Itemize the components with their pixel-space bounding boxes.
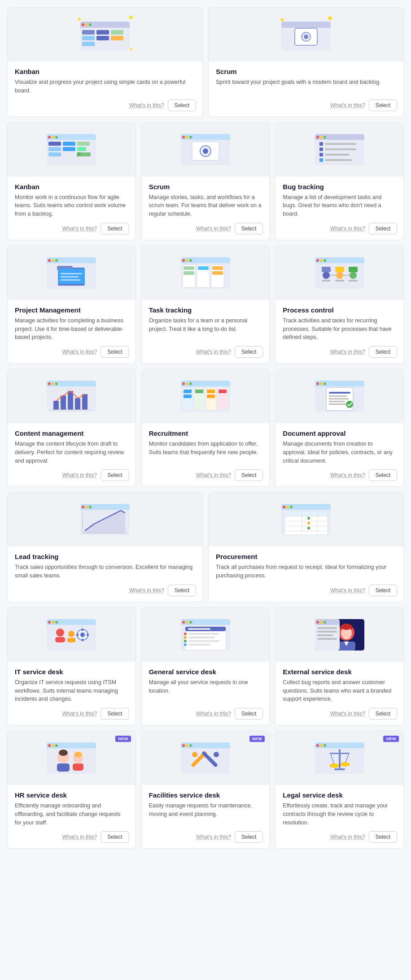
whats-in-procurement[interactable]: What's in this?: [330, 587, 365, 594]
svg-rect-245: [330, 753, 350, 754]
svg-point-47: [320, 136, 323, 139]
card-body-procurement: Procurement Track all purchases from req…: [209, 546, 403, 580]
svg-point-188: [189, 621, 192, 624]
select-button-scrum-mid[interactable]: Select: [235, 223, 263, 234]
svg-point-164: [307, 517, 310, 520]
select-button-procurement[interactable]: Select: [369, 585, 397, 596]
svg-point-155: [290, 506, 293, 508]
whats-in-bug-tracking[interactable]: What's in this?: [330, 225, 365, 232]
whats-in-scrum-mid[interactable]: What's in this?: [196, 225, 231, 232]
select-button-kanban-top[interactable]: Select: [168, 100, 196, 111]
card-footer-kanban-mid: What's in this? Select: [8, 218, 136, 240]
select-button-external-service-desk[interactable]: Select: [369, 708, 397, 720]
svg-rect-244: [339, 749, 341, 769]
whats-in-kanban-mid[interactable]: What's in this?: [62, 225, 97, 232]
select-button-kanban-mid[interactable]: Select: [101, 223, 129, 234]
card-body-scrum-mid: Scrum Manage stories, tasks, and workflo…: [142, 177, 270, 218]
card-body-facilities-service-desk: Facilities service desk Easily manage re…: [142, 785, 270, 827]
card-desc-scrum-top: Sprint toward your project goals with a …: [216, 78, 396, 87]
svg-point-38: [186, 136, 188, 139]
select-button-scrum-top[interactable]: Select: [369, 100, 397, 111]
select-button-content-management[interactable]: Select: [101, 469, 129, 481]
svg-point-37: [182, 136, 185, 139]
select-button-lead-tracking[interactable]: Select: [168, 585, 196, 596]
card-title-scrum-mid: Scrum: [149, 183, 262, 191]
whats-in-external-service-desk[interactable]: What's in this?: [330, 711, 365, 717]
new-badge-hr: NEW: [115, 736, 131, 742]
svg-point-233: [189, 744, 192, 747]
card-body-process-control: Process control Track activities and tas…: [275, 300, 403, 342]
svg-rect-213: [317, 631, 337, 633]
select-button-process-control[interactable]: Select: [369, 346, 397, 358]
svg-rect-78: [184, 266, 194, 270]
select-button-task-tracking[interactable]: Select: [235, 346, 263, 358]
card-footer-scrum-mid: What's in this? Select: [142, 218, 270, 240]
row-4: Lead tracking Track sales opportunities …: [7, 492, 404, 602]
whats-in-recruitment[interactable]: What's in this?: [196, 472, 231, 478]
whats-in-lead-tracking[interactable]: What's in this?: [129, 587, 164, 594]
svg-point-221: [55, 744, 58, 747]
card-title-process-control: Process control: [283, 306, 396, 314]
svg-point-197: [184, 636, 187, 639]
whats-in-task-tracking[interactable]: What's in this?: [196, 349, 231, 355]
whats-in-hr-service-desk[interactable]: What's in this?: [62, 834, 97, 840]
card-title-bug-tracking: Bug tracking: [283, 183, 396, 191]
svg-point-166: [307, 527, 310, 529]
card-content-management: Content management Manage the content li…: [7, 369, 136, 487]
whats-in-document-approval[interactable]: What's in this?: [330, 472, 365, 478]
card-footer-procurement: What's in this? Select: [209, 580, 403, 602]
svg-rect-54: [325, 154, 350, 156]
whats-in-project-management[interactable]: What's in this?: [62, 349, 97, 355]
select-button-hr-service-desk[interactable]: Select: [101, 831, 129, 843]
card-image-content-management: [8, 369, 136, 423]
svg-rect-107: [61, 395, 66, 410]
whats-in-kanban-top[interactable]: What's in this?: [129, 102, 164, 108]
select-button-document-approval[interactable]: Select: [369, 469, 397, 481]
card-footer-facilities-service-desk: What's in this? Select: [142, 827, 270, 848]
select-button-legal-service-desk[interactable]: Select: [369, 831, 397, 843]
select-button-it-service-desk[interactable]: Select: [101, 708, 129, 720]
svg-rect-12: [111, 36, 123, 40]
svg-rect-191: [188, 628, 210, 630]
row-2: Project Management Manage activities for…: [7, 246, 404, 364]
card-body-scrum-top: Scrum Sprint toward your project goals w…: [209, 61, 403, 95]
svg-rect-158: [284, 516, 328, 516]
select-button-recruitment[interactable]: Select: [235, 469, 263, 481]
svg-rect-28: [63, 142, 75, 146]
card-it-service-desk: IT service desk Organize IT service requ…: [7, 607, 136, 725]
svg-rect-123: [184, 395, 192, 398]
svg-rect-67: [61, 276, 79, 278]
card-lead-tracking: Lead tracking Track sales opportunities …: [7, 492, 203, 602]
svg-rect-212: [317, 627, 337, 629]
svg-rect-97: [322, 267, 331, 272]
svg-point-22: [48, 136, 51, 139]
whats-in-scrum-top[interactable]: What's in this?: [330, 102, 365, 108]
card-desc-procurement: Track all purchases from request to rece…: [216, 563, 396, 580]
whats-in-general-service-desk[interactable]: What's in this?: [196, 711, 231, 717]
svg-rect-135: [329, 392, 350, 394]
whats-in-it-service-desk[interactable]: What's in this?: [62, 711, 97, 717]
svg-point-3: [82, 23, 84, 26]
svg-rect-109: [75, 398, 80, 410]
svg-rect-79: [184, 271, 194, 275]
whats-in-legal-service-desk[interactable]: What's in this?: [330, 834, 365, 840]
svg-rect-137: [329, 398, 349, 399]
card-footer-it-service-desk: What's in this? Select: [8, 703, 136, 725]
svg-point-249: [341, 763, 350, 766]
svg-point-23: [52, 136, 54, 139]
select-button-general-service-desk[interactable]: Select: [235, 708, 263, 720]
card-footer-external-service-desk: What's in this? Select: [275, 703, 403, 725]
whats-in-facilities-service-desk[interactable]: What's in this?: [196, 834, 231, 840]
select-button-bug-tracking[interactable]: Select: [369, 223, 397, 234]
select-button-project-management[interactable]: Select: [101, 346, 129, 358]
svg-point-74: [189, 259, 192, 262]
card-footer-scrum-top: What's in this? Select: [209, 95, 403, 117]
svg-rect-30: [77, 142, 90, 146]
whats-in-content-management[interactable]: What's in this?: [62, 472, 97, 478]
whats-in-process-control[interactable]: What's in this?: [330, 349, 365, 355]
select-button-facilities-service-desk[interactable]: Select: [235, 831, 263, 843]
card-facilities-service-desk: NEW Facilities service desk Easily manag…: [141, 731, 270, 849]
card-desc-content-management: Manage the content lifecycle from draft …: [15, 440, 128, 465]
svg-rect-174: [55, 637, 65, 642]
row-5: IT service desk Organize IT service requ…: [7, 607, 404, 725]
